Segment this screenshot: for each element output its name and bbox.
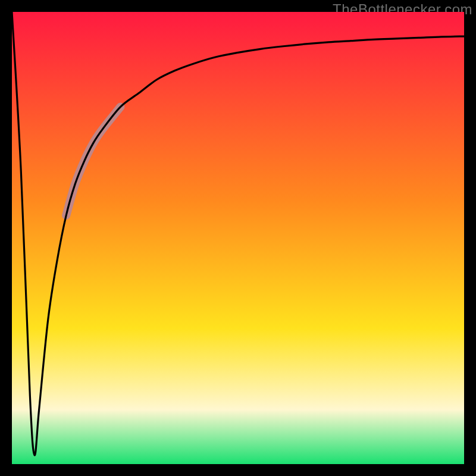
gradient-background	[12, 12, 464, 464]
chart-frame: TheBottlenecker.com	[0, 0, 476, 476]
chart-svg	[12, 12, 464, 464]
plot-area	[12, 12, 464, 464]
